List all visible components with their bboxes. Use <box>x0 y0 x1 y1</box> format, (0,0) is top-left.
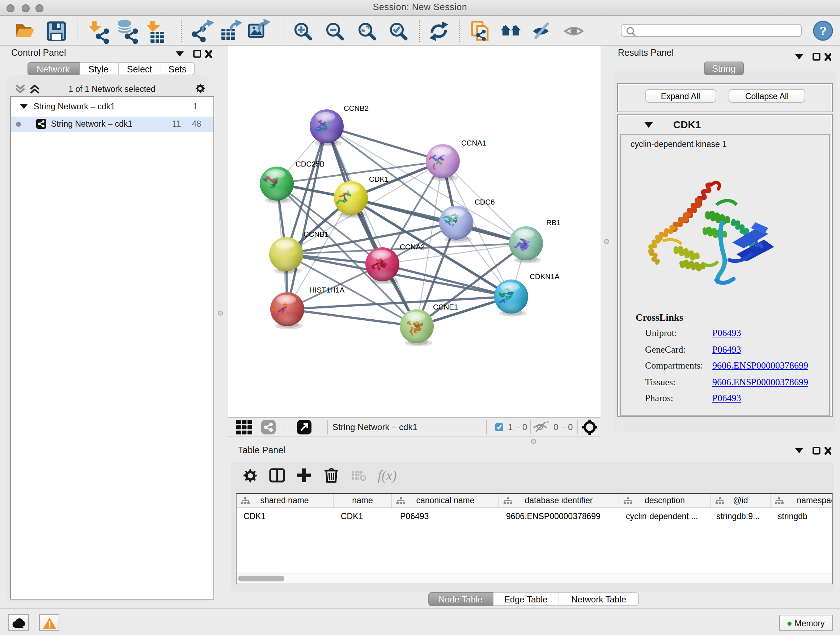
svg-text:CDC25B: CDC25B <box>295 160 325 168</box>
svg-text:HIST1H1A: HIST1H1A <box>309 286 345 294</box>
svg-text:CCNA1: CCNA1 <box>461 139 486 147</box>
svg-text:CCNE1: CCNE1 <box>433 302 458 310</box>
svg-text:?: ? <box>819 24 827 37</box>
svg-text:CCNB2: CCNB2 <box>344 104 369 112</box>
svg-text:f(x): f(x) <box>378 467 397 483</box>
svg-text:CDKN1A: CDKN1A <box>530 272 560 280</box>
svg-text:CDC6: CDC6 <box>475 198 495 206</box>
svg-text:CCNB1: CCNB1 <box>303 230 328 238</box>
svg-text:RB1: RB1 <box>546 218 561 226</box>
svg-text:CDK1: CDK1 <box>369 175 388 183</box>
svg-text:CCNA2: CCNA2 <box>400 242 425 250</box>
